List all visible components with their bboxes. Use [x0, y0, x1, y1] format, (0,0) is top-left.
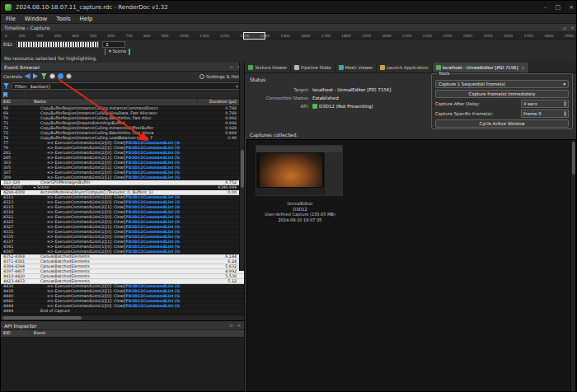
status-row-target: Target: localhost - UnrealEditor [PID 71…: [250, 87, 425, 92]
column-duration[interactable]: Duration (μs): [198, 99, 244, 105]
tab-close-icon[interactable]: ×: [521, 65, 524, 70]
event-name: => ExecuteCommandLists(1)[0]: Clear[FD3D…: [30, 230, 198, 234]
api-inspector-float-icon[interactable]: ▫: [230, 323, 233, 328]
event-eid: 4298-4308: [1, 190, 30, 194]
step-back-icon[interactable]: [25, 73, 30, 79]
event-name: => ExecuteCommandLists(2)[1]: Clear[FD3D…: [30, 166, 198, 170]
timeline-tick: 100: [18, 34, 26, 38]
event-name: => ExecuteCommandLists(2)[1]: Clear[FD3D…: [30, 240, 198, 244]
event-name: => ExecuteCommandLists(2)[0]: Clear[FD3D…: [30, 170, 198, 175]
no-resource-message: No resource selected for highlighting.: [4, 55, 97, 61]
event-eid: 303: [1, 161, 30, 165]
menu-window[interactable]: Window: [25, 16, 48, 22]
capture-mode-dropdown[interactable]: Capture 1 Sequential Frame(s) ▾: [435, 80, 569, 88]
dock-tab-bar: Texture Viewer Pipeline State Mesh Viewe…: [245, 63, 577, 73]
settings-help-button[interactable]: Settings & Help: [199, 74, 242, 79]
timeline-current-marker[interactable]: [243, 32, 265, 40]
filter-input[interactable]: Filter: $action() ▾: [12, 82, 242, 90]
event-eid: 69: [1, 111, 30, 115]
fetch-durations-icon[interactable]: [58, 73, 63, 79]
menu-file[interactable]: File: [6, 16, 16, 22]
timeline-ruler[interactable]: 0100200300400500600700800900100011001200…: [1, 32, 577, 40]
tab-texture-viewer[interactable]: Texture Viewer: [245, 63, 291, 72]
tab-mesh-viewer[interactable]: Mesh Viewer: [335, 63, 378, 72]
spinner-arrows-icon[interactable]: ▲▼: [564, 110, 566, 117]
event-eid: 4410-4420: [1, 274, 30, 278]
capture-frame-spinner[interactable]: Frame 0 ▲▼: [521, 110, 569, 118]
event-name: => ExecuteCommandLists(2)[1]: Clear[FD3D…: [30, 225, 198, 229]
event-name: => ExecuteCommandLists(1)[0]: Clear[FD3D…: [30, 195, 198, 199]
connection-status-value: Established: [312, 96, 339, 100]
event-row[interactable]: 4444End of Capture: [1, 309, 244, 314]
thumbnail-bottombar-region: [256, 188, 324, 195]
event-name: CopyBufferRegion(InstanceCulling.BatchIn…: [30, 116, 198, 120]
capture-delay-spinner[interactable]: 4 secs ▲▼: [521, 100, 569, 108]
capture-delay-label: Capture After Delay:: [435, 101, 480, 106]
event-eid: 73: [1, 131, 30, 135]
timeline-tick: 500: [90, 34, 97, 38]
close-button[interactable]: ×: [569, 4, 574, 11]
event-name: => ExecuteCommandLists(2)[0]: Clear[FD3D…: [30, 151, 198, 155]
menu-help[interactable]: Help: [80, 16, 93, 22]
event-eid: 4352-4368: [1, 254, 30, 259]
menu-tools[interactable]: Tools: [56, 16, 70, 22]
timeline-tick: 800: [143, 34, 151, 38]
captures-scrollbar[interactable]: [570, 140, 575, 392]
api-column-eid[interactable]: EID: [1, 330, 30, 337]
step-forward-icon[interactable]: [33, 73, 39, 79]
event-duration: 5.536: [198, 274, 244, 278]
capture-thumbnail[interactable]: [256, 145, 343, 196]
event-browser-controls: Controls Settings & Help: [1, 72, 244, 82]
event-duration: 6.24: [198, 259, 244, 264]
tab-launch-application[interactable]: Launch Application: [377, 63, 432, 72]
event-browser-float-icon[interactable]: ▫: [230, 64, 233, 69]
timeline-tick: 2600: [504, 34, 513, 38]
filter-events-icon[interactable]: [41, 73, 47, 79]
capture-caption[interactable]: UnrealEditor D3D12 User-defined Capture …: [247, 201, 353, 222]
chevron-down-icon: ▾: [563, 82, 565, 86]
event-eid: 285: [1, 156, 30, 160]
eid-input[interactable]: 1: [102, 41, 125, 48]
cycle-active-window-button[interactable]: Cycle Active Window: [435, 119, 569, 128]
spinner-arrows-icon[interactable]: ▲▼: [564, 100, 566, 107]
eid-label: EID:: [3, 41, 13, 47]
tab-label: Launch Application: [387, 65, 428, 70]
thumbnail-toolbar-region: [256, 146, 342, 152]
timeline-tick: 700: [125, 34, 133, 38]
timeline-tick: 2400: [463, 34, 472, 38]
event-name: CopyBufferRegion(InstanceCulling.ViewDat…: [30, 111, 198, 115]
event-name: => ExecuteCommandLists(2)[1]: Clear[FD3D…: [30, 289, 198, 293]
tab-pipeline-state[interactable]: Pipeline State: [291, 63, 335, 72]
event-table-horizontal-scrollbar[interactable]: [1, 315, 244, 320]
scene-marker-label[interactable]: ▾ Scene: [109, 49, 126, 54]
api-column-event[interactable]: Event: [30, 330, 244, 337]
event-eid: 71: [1, 121, 30, 125]
column-name[interactable]: Name: [30, 99, 198, 105]
filter-value: $action(): [30, 84, 50, 89]
timeline-tick: 1800: [341, 34, 350, 38]
maximize-button[interactable]: □: [556, 4, 561, 11]
capture-frame-value: Frame 0: [523, 111, 542, 116]
timeline-float-icon[interactable]: ▫: [563, 25, 566, 30]
event-name: => ExecuteCommandLists(2)[1]: Clear[FD3D…: [30, 175, 198, 180]
api-inspector-close-icon[interactable]: ×: [237, 323, 241, 328]
event-name: CanvasBatchedElements: [30, 254, 198, 259]
event-name: => ExecuteCommandLists(1)[0]: Clear[FD3D…: [30, 245, 198, 249]
minimize-button[interactable]: –: [544, 4, 547, 11]
bookmark-icon[interactable]: [3, 92, 7, 98]
timeline-tick: 900: [162, 34, 169, 38]
timeline-event-strip[interactable]: [16, 41, 99, 48]
timeline-tick: 2500: [483, 34, 492, 38]
timeline-tick: 1100: [199, 34, 209, 38]
timeline-close-icon[interactable]: ×: [570, 25, 575, 30]
timeline-sync-icon[interactable]: [66, 73, 72, 79]
connection-status-label: Connection Status:: [250, 96, 309, 100]
event-table-vertical-scrollbar[interactable]: [239, 63, 244, 271]
capture-immediately-button[interactable]: Capture Frame(s) Immediately: [435, 90, 569, 98]
column-eid[interactable]: EID: [1, 99, 30, 105]
event-eid: 4315: [1, 205, 30, 209]
event-duration: 0.768: [198, 111, 244, 115]
chevron-down-icon[interactable]: ▾: [236, 84, 238, 89]
find-event-icon[interactable]: [49, 73, 55, 79]
texture-viewer-icon: [248, 65, 253, 70]
